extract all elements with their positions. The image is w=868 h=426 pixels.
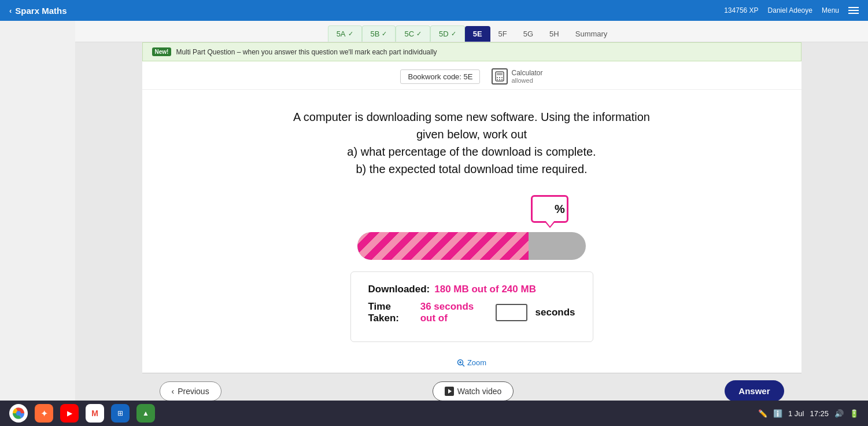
brand-name: Sparx Maths xyxy=(15,6,67,16)
taskbar-right: ✏️ ℹ️ 1 Jul 17:25 🔊 🔋 xyxy=(758,409,859,418)
content-area: 5A ✓ 5B ✓ 5C ✓ 5D ✓ 5E 5F 5G xyxy=(75,21,868,426)
time-input[interactable] xyxy=(496,304,527,321)
calculator-text: Calculator allowed xyxy=(511,69,542,84)
taskbar-time: 17:25 xyxy=(810,409,829,418)
main-area: 5A ✓ 5B ✓ 5C ✓ 5D ✓ 5E 5F 5G xyxy=(0,21,868,426)
downloaded-label: Downloaded: xyxy=(368,284,430,295)
taskbar-battery-icon: 🔋 xyxy=(849,409,859,418)
time-taken-label: Time Taken: xyxy=(368,301,413,324)
tab-5A[interactable]: 5A ✓ xyxy=(328,25,362,42)
app-icon-2[interactable]: ⊞ xyxy=(111,404,130,423)
zoom-icon xyxy=(457,359,465,367)
top-bar-right: 134756 XP Daniel Adeoye Menu xyxy=(724,6,859,14)
tab-5A-label: 5A xyxy=(337,30,346,38)
percentage-bubble: % xyxy=(531,195,568,223)
back-chevron[interactable]: ‹ xyxy=(9,6,12,15)
zoom-label: Zoom xyxy=(467,358,486,367)
watch-video-button[interactable]: Watch video xyxy=(433,381,514,401)
taskbar-pencil-icon: ✏️ xyxy=(758,409,767,418)
question-line3: a) what percentage of the download is co… xyxy=(177,143,767,160)
previous-button[interactable]: ‹ Previous xyxy=(160,381,221,401)
progress-bar-fill xyxy=(357,232,529,260)
calculator-info: Calculator allowed xyxy=(492,68,542,85)
tab-5H-label: 5H xyxy=(549,30,559,38)
question-line2: given below, work out xyxy=(177,126,767,143)
tab-5B[interactable]: 5B ✓ xyxy=(362,25,396,42)
xp-label: 134756 XP xyxy=(724,6,758,14)
taskbar-icons: ✦ ▶ M ⊞ ▲ xyxy=(9,404,155,423)
tab-5D[interactable]: 5D ✓ xyxy=(430,25,465,42)
brand-area: ‹ Sparx Maths xyxy=(9,6,67,16)
svg-point-4 xyxy=(501,77,503,78)
svg-point-3 xyxy=(499,77,500,78)
zoom-button[interactable]: Zoom xyxy=(457,358,486,367)
tab-5E[interactable]: 5E xyxy=(465,26,490,42)
gmail-icon[interactable]: M xyxy=(86,404,104,423)
progress-bar xyxy=(357,232,586,260)
calculator-label: Calculator xyxy=(511,69,542,77)
app-icon-1[interactable]: ✦ xyxy=(35,404,53,423)
tab-5C-check: ✓ xyxy=(416,30,422,38)
sidebar xyxy=(0,21,75,426)
taskbar-info-icon: ℹ️ xyxy=(773,409,782,418)
question-text: A computer is downloading some new softw… xyxy=(142,90,801,189)
tab-5F-label: 5F xyxy=(498,30,507,38)
prev-chevron-icon: ‹ xyxy=(172,387,175,396)
tab-5C-label: 5C xyxy=(404,30,414,38)
time-taken-value: 36 seconds out of xyxy=(420,301,487,324)
tab-5C[interactable]: 5C ✓ xyxy=(396,25,430,42)
menu-icon[interactable] xyxy=(848,7,859,14)
tab-navigation: 5A ✓ 5B ✓ 5C ✓ 5D ✓ 5E 5F 5G xyxy=(75,21,868,42)
tab-5G[interactable]: 5G xyxy=(515,26,541,42)
youtube-icon[interactable]: ▶ xyxy=(60,404,79,423)
question-card: New! Multi Part Question – when you answ… xyxy=(142,42,801,409)
new-banner: New! Multi Part Question – when you answ… xyxy=(142,42,801,61)
banner-text: Multi Part Question – when you answer th… xyxy=(176,48,437,56)
svg-point-5 xyxy=(497,79,498,80)
user-name: Daniel Adeoye xyxy=(768,6,812,14)
tab-5B-check: ✓ xyxy=(382,30,387,38)
svg-point-7 xyxy=(501,79,503,80)
svg-point-2 xyxy=(497,77,498,78)
calculator-sub: allowed xyxy=(511,77,542,84)
downloaded-row: Downloaded: 180 MB out of 240 MB xyxy=(368,284,575,295)
bookwork-row: Bookwork code: 5E xyxy=(142,61,801,90)
bookwork-code: Bookwork code: 5E xyxy=(400,69,480,84)
info-box: Downloaded: 180 MB out of 240 MB Time Ta… xyxy=(350,271,593,342)
tab-5A-check: ✓ xyxy=(348,30,353,38)
video-icon xyxy=(445,387,454,396)
percentage-input[interactable] xyxy=(534,200,555,218)
menu-label[interactable]: Menu xyxy=(822,6,839,14)
percent-symbol: % xyxy=(555,203,565,216)
question-line1: A computer is downloading some new softw… xyxy=(177,108,767,126)
taskbar-date: 1 Jul xyxy=(788,409,804,418)
tab-5H[interactable]: 5H xyxy=(541,26,567,42)
time-taken-row: Time Taken: 36 seconds out of seconds xyxy=(368,301,575,324)
svg-rect-1 xyxy=(497,73,503,75)
tab-5F[interactable]: 5F xyxy=(490,26,515,42)
time-taken-suffix: seconds xyxy=(535,307,575,318)
tab-summary-label: Summary xyxy=(575,30,608,38)
svg-line-9 xyxy=(462,364,464,366)
chrome-icon[interactable] xyxy=(9,404,28,423)
svg-point-16 xyxy=(16,411,21,416)
tab-5G-label: 5G xyxy=(523,30,533,38)
app-icon-3[interactable]: ▲ xyxy=(136,404,155,423)
visual-section: % Downloaded: 180 MB out of 240 MB xyxy=(142,189,801,373)
tab-5E-label: 5E xyxy=(473,30,482,38)
watch-video-label: Watch video xyxy=(457,387,502,396)
answer-button[interactable]: Answer xyxy=(725,380,784,402)
taskbar-wifi-icon: 🔊 xyxy=(834,409,844,418)
tab-5D-check: ✓ xyxy=(451,30,456,38)
tab-5B-label: 5B xyxy=(371,30,380,38)
question-container: New! Multi Part Question – when you answ… xyxy=(75,42,868,426)
tab-summary[interactable]: Summary xyxy=(567,26,616,42)
svg-point-6 xyxy=(499,79,500,80)
bubble-row: % xyxy=(357,195,586,223)
answer-label: Answer xyxy=(738,386,770,396)
downloaded-value: 180 MB out of 240 MB xyxy=(434,284,536,295)
top-bar: ‹ Sparx Maths 134756 XP Daniel Adeoye Me… xyxy=(0,0,868,21)
question-line4: b) the expected total download time requ… xyxy=(177,160,767,178)
calculator-icon xyxy=(492,68,508,85)
prev-label: Previous xyxy=(178,387,209,396)
